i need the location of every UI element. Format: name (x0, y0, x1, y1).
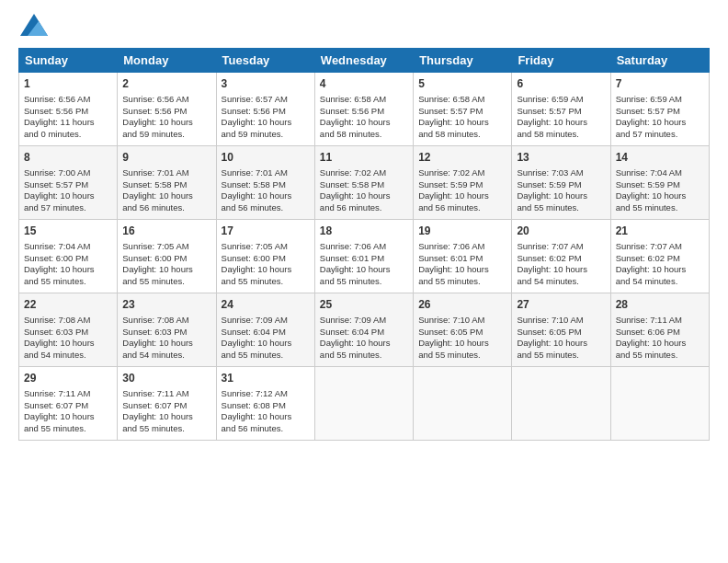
day-info: Sunrise: 7:08 AM Sunset: 6:03 PM Dayligh… (122, 315, 210, 362)
header (18, 14, 710, 40)
day-number: 18 (320, 224, 408, 239)
day-info: Sunrise: 7:07 AM Sunset: 6:02 PM Dayligh… (517, 241, 605, 288)
day-info: Sunrise: 7:11 AM Sunset: 6:07 PM Dayligh… (24, 388, 112, 435)
calendar-week-row: 22Sunrise: 7:08 AM Sunset: 6:03 PM Dayli… (19, 293, 710, 367)
calendar-weekday-wednesday: Wednesday (314, 49, 413, 73)
day-number: 9 (122, 150, 210, 166)
day-number: 10 (222, 150, 310, 166)
day-info: Sunrise: 7:02 AM Sunset: 5:58 PM Dayligh… (320, 167, 408, 214)
calendar-week-row: 29Sunrise: 7:11 AM Sunset: 6:07 PM Dayli… (19, 367, 710, 441)
day-number: 4 (320, 76, 408, 92)
calendar-week-row: 1Sunrise: 6:56 AM Sunset: 5:56 PM Daylig… (19, 73, 710, 146)
calendar-day-cell: 21Sunrise: 7:07 AM Sunset: 6:02 PM Dayli… (610, 220, 709, 293)
calendar-day-cell: 6Sunrise: 6:59 AM Sunset: 5:57 PM Daylig… (512, 73, 610, 146)
day-number: 30 (122, 371, 210, 386)
calendar-weekday-sunday: Sunday (19, 49, 118, 73)
calendar-weekday-tuesday: Tuesday (216, 49, 314, 73)
day-number: 20 (517, 224, 605, 239)
day-info: Sunrise: 7:10 AM Sunset: 6:05 PM Dayligh… (418, 315, 506, 362)
day-info: Sunrise: 7:12 AM Sunset: 6:08 PM Dayligh… (222, 388, 310, 435)
day-info: Sunrise: 6:58 AM Sunset: 5:57 PM Dayligh… (418, 94, 506, 141)
calendar-day-cell: 15Sunrise: 7:04 AM Sunset: 6:00 PM Dayli… (19, 220, 118, 293)
calendar-day-cell: 7Sunrise: 6:59 AM Sunset: 5:57 PM Daylig… (610, 73, 709, 146)
day-number: 5 (418, 76, 506, 92)
calendar-day-cell: 24Sunrise: 7:09 AM Sunset: 6:04 PM Dayli… (216, 293, 314, 367)
calendar-table: SundayMondayTuesdayWednesdayThursdayFrid… (18, 48, 710, 441)
day-number: 16 (122, 224, 210, 239)
calendar-day-cell: 13Sunrise: 7:03 AM Sunset: 5:59 PM Dayli… (512, 146, 610, 220)
logo (18, 14, 48, 40)
day-info: Sunrise: 6:59 AM Sunset: 5:57 PM Dayligh… (616, 94, 704, 141)
calendar-day-cell (314, 367, 413, 441)
calendar-day-cell: 5Sunrise: 6:58 AM Sunset: 5:57 PM Daylig… (414, 73, 512, 146)
calendar-day-cell: 31Sunrise: 7:12 AM Sunset: 6:08 PM Dayli… (216, 367, 314, 441)
day-info: Sunrise: 6:57 AM Sunset: 5:56 PM Dayligh… (222, 94, 310, 141)
day-number: 1 (24, 76, 112, 92)
calendar-day-cell: 17Sunrise: 7:05 AM Sunset: 6:00 PM Dayli… (216, 220, 314, 293)
day-info: Sunrise: 6:58 AM Sunset: 5:56 PM Dayligh… (320, 94, 408, 141)
day-info: Sunrise: 7:11 AM Sunset: 6:06 PM Dayligh… (616, 315, 704, 362)
calendar-header-row: SundayMondayTuesdayWednesdayThursdayFrid… (19, 49, 710, 73)
calendar-day-cell: 30Sunrise: 7:11 AM Sunset: 6:07 PM Dayli… (118, 367, 216, 441)
day-number: 25 (320, 297, 408, 313)
day-number: 27 (517, 297, 605, 313)
day-number: 29 (24, 371, 112, 386)
calendar-day-cell: 20Sunrise: 7:07 AM Sunset: 6:02 PM Dayli… (512, 220, 610, 293)
page-container: SundayMondayTuesdayWednesdayThursdayFrid… (0, 0, 728, 450)
day-number: 15 (24, 224, 112, 239)
calendar-day-cell: 23Sunrise: 7:08 AM Sunset: 6:03 PM Dayli… (118, 293, 216, 367)
day-number: 22 (24, 297, 112, 313)
calendar-day-cell (512, 367, 610, 441)
calendar-day-cell: 3Sunrise: 6:57 AM Sunset: 5:56 PM Daylig… (216, 73, 314, 146)
day-number: 12 (418, 150, 506, 166)
calendar-day-cell: 26Sunrise: 7:10 AM Sunset: 6:05 PM Dayli… (414, 293, 512, 367)
calendar-day-cell: 4Sunrise: 6:58 AM Sunset: 5:56 PM Daylig… (314, 73, 413, 146)
day-number: 3 (222, 76, 310, 92)
calendar-day-cell: 12Sunrise: 7:02 AM Sunset: 5:59 PM Dayli… (414, 146, 512, 220)
day-number: 13 (517, 150, 605, 166)
day-info: Sunrise: 7:04 AM Sunset: 6:00 PM Dayligh… (24, 241, 112, 288)
calendar-day-cell: 29Sunrise: 7:11 AM Sunset: 6:07 PM Dayli… (19, 367, 118, 441)
day-info: Sunrise: 7:04 AM Sunset: 5:59 PM Dayligh… (616, 167, 704, 214)
calendar-day-cell: 19Sunrise: 7:06 AM Sunset: 6:01 PM Dayli… (414, 220, 512, 293)
day-number: 19 (418, 224, 506, 239)
day-info: Sunrise: 7:05 AM Sunset: 6:00 PM Dayligh… (222, 241, 310, 288)
day-info: Sunrise: 7:09 AM Sunset: 6:04 PM Dayligh… (222, 315, 310, 362)
day-info: Sunrise: 7:07 AM Sunset: 6:02 PM Dayligh… (616, 241, 704, 288)
calendar-day-cell (610, 367, 709, 441)
day-info: Sunrise: 7:10 AM Sunset: 6:05 PM Dayligh… (517, 315, 605, 362)
day-info: Sunrise: 7:11 AM Sunset: 6:07 PM Dayligh… (122, 388, 210, 435)
day-number: 31 (222, 371, 310, 386)
day-number: 23 (122, 297, 210, 313)
calendar-day-cell: 28Sunrise: 7:11 AM Sunset: 6:06 PM Dayli… (610, 293, 709, 367)
calendar-weekday-saturday: Saturday (610, 49, 709, 73)
day-number: 21 (616, 224, 704, 239)
day-number: 26 (418, 297, 506, 313)
day-info: Sunrise: 6:56 AM Sunset: 5:56 PM Dayligh… (24, 94, 112, 141)
day-number: 14 (616, 150, 704, 166)
logo-text (18, 14, 48, 40)
calendar-day-cell: 1Sunrise: 6:56 AM Sunset: 5:56 PM Daylig… (19, 73, 118, 146)
day-info: Sunrise: 7:06 AM Sunset: 6:01 PM Dayligh… (320, 241, 408, 288)
calendar-week-row: 15Sunrise: 7:04 AM Sunset: 6:00 PM Dayli… (19, 220, 710, 293)
day-info: Sunrise: 7:02 AM Sunset: 5:59 PM Dayligh… (418, 167, 506, 214)
day-info: Sunrise: 7:03 AM Sunset: 5:59 PM Dayligh… (517, 167, 605, 214)
day-info: Sunrise: 6:56 AM Sunset: 5:56 PM Dayligh… (122, 94, 210, 141)
day-info: Sunrise: 7:01 AM Sunset: 5:58 PM Dayligh… (122, 167, 210, 214)
day-info: Sunrise: 7:00 AM Sunset: 5:57 PM Dayligh… (24, 167, 112, 214)
calendar-day-cell: 2Sunrise: 6:56 AM Sunset: 5:56 PM Daylig… (118, 73, 216, 146)
day-number: 24 (222, 297, 310, 313)
calendar-day-cell: 10Sunrise: 7:01 AM Sunset: 5:58 PM Dayli… (216, 146, 314, 220)
day-number: 8 (24, 150, 112, 166)
day-info: Sunrise: 7:01 AM Sunset: 5:58 PM Dayligh… (222, 167, 310, 214)
calendar-day-cell (414, 367, 512, 441)
day-number: 28 (616, 297, 704, 313)
day-number: 2 (122, 76, 210, 92)
calendar-day-cell: 9Sunrise: 7:01 AM Sunset: 5:58 PM Daylig… (118, 146, 216, 220)
calendar-weekday-thursday: Thursday (414, 49, 512, 73)
day-number: 7 (616, 76, 704, 92)
calendar-day-cell: 22Sunrise: 7:08 AM Sunset: 6:03 PM Dayli… (19, 293, 118, 367)
calendar-day-cell: 11Sunrise: 7:02 AM Sunset: 5:58 PM Dayli… (314, 146, 413, 220)
logo-icon (20, 14, 48, 36)
day-info: Sunrise: 7:09 AM Sunset: 6:04 PM Dayligh… (320, 315, 408, 362)
